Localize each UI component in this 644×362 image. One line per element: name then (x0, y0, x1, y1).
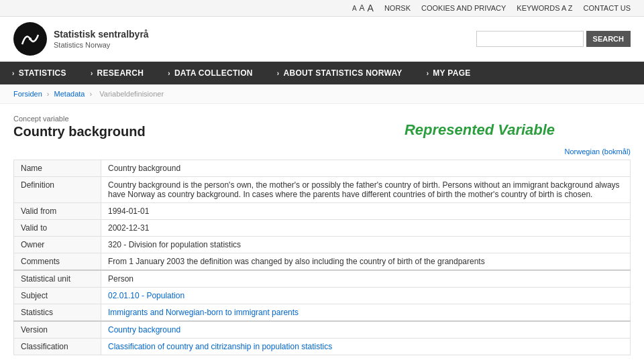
table-row: Classification Classification of country… (14, 339, 631, 355)
nav-item-data-collection[interactable]: › DATA COLLECTION (156, 62, 265, 84)
table-row: Definition Country background is the per… (14, 177, 631, 203)
logo-icon (13, 22, 47, 56)
table-row: Valid to 2002-12-31 (14, 220, 631, 237)
arrow-icon: › (168, 70, 170, 77)
nav-label: RESEARCH (97, 68, 144, 78)
represented-variable-panel: Represented Variable (329, 115, 631, 147)
field-value: 2002-12-31 (101, 220, 631, 237)
field-value: Classification of country and citrizansh… (101, 339, 631, 355)
org-name-en: Statistics Norway (54, 40, 149, 50)
logo-area: Statistisk sentralbyrå Statistics Norway (13, 22, 149, 56)
field-value: From 1 January 2003 the definition was c… (101, 253, 631, 271)
top-bar: A A A NORSK COOKIES AND PRIVACY KEYWORDS… (0, 0, 644, 17)
search-input[interactable] (476, 31, 584, 47)
field-label: Owner (14, 237, 101, 253)
field-label: Valid from (14, 203, 101, 220)
nav-bar: › STATISTICS › RESEARCH › DATA COLLECTIO… (0, 62, 644, 84)
field-value: Country background (101, 321, 631, 339)
field-label: Classification (14, 339, 101, 355)
font-size-controls[interactable]: A A A (352, 3, 374, 13)
concept-label: Concept variable (13, 115, 315, 123)
subject-link[interactable]: 02.01.10 - Population (108, 291, 184, 300)
field-value: 02.01.10 - Population (101, 288, 631, 304)
search-button[interactable]: SEARCH (586, 31, 631, 47)
breadcrumb-sep: › (47, 90, 52, 98)
table-row: Subject 02.01.10 - Population (14, 288, 631, 304)
field-label: Valid to (14, 220, 101, 237)
field-value: Person (101, 270, 631, 288)
font-small[interactable]: A (352, 5, 357, 12)
table-row: Owner 320 - Division for population stat… (14, 237, 631, 253)
language-selector[interactable]: Norwegian (bokmål) (565, 147, 631, 156)
header: Statistisk sentralbyrå Statistics Norway… (0, 17, 644, 62)
font-large[interactable]: A (368, 3, 374, 13)
nav-label: STATISTICS (19, 68, 66, 78)
breadcrumb-metadata[interactable]: Metadata (54, 90, 85, 98)
field-label: Subject (14, 288, 101, 304)
arrow-icon: › (12, 70, 15, 77)
field-label: Comments (14, 253, 101, 271)
statistics-link[interactable]: Immigrants and Norwegian-born to immigra… (108, 308, 299, 317)
lang-link[interactable]: Norwegian (bokmål) (13, 147, 631, 156)
table-row: Version Country background (14, 321, 631, 339)
nav-item-research[interactable]: › RESEARCH (78, 62, 156, 84)
keywords-link[interactable]: KEYWORDS A Z (517, 4, 572, 12)
table-row: Comments From 1 January 2003 the definit… (14, 253, 631, 271)
nav-item-mypage[interactable]: › MY PAGE (415, 62, 483, 84)
table-row: Name Country background (14, 160, 631, 177)
table-row: Statistics Immigrants and Norwegian-born… (14, 304, 631, 322)
search-area[interactable]: SEARCH (476, 31, 631, 47)
org-name: Statistisk sentralbyrå (54, 28, 149, 40)
classification-link[interactable]: Classification of country and citrizansh… (108, 342, 332, 351)
cookies-link[interactable]: COOKIES AND PRIVACY (421, 4, 506, 12)
nav-item-about[interactable]: › ABOUT STATISTICS NORWAY (265, 62, 415, 84)
nav-label: MY PAGE (433, 68, 470, 78)
page-title: Country background (13, 124, 315, 139)
logo-text: Statistisk sentralbyrå Statistics Norway (54, 28, 149, 50)
table-row: Statistical unit Person (14, 270, 631, 288)
norsk-link[interactable]: NORSK (384, 4, 411, 12)
arrow-icon: › (427, 70, 429, 77)
svg-point-1 (29, 38, 32, 40)
field-value: Country background is the person's own, … (101, 177, 631, 203)
breadcrumb-current: Variabeldefinisioner (99, 90, 164, 98)
field-label: Name (14, 160, 101, 177)
field-label: Version (14, 321, 101, 339)
arrow-icon: › (277, 70, 280, 77)
field-label: Definition (14, 177, 101, 203)
represented-variable-heading: Represented Variable (329, 121, 631, 139)
arrow-icon: › (91, 70, 93, 77)
version-link[interactable]: Country background (108, 325, 180, 335)
nav-label: DATA COLLECTION (174, 68, 253, 78)
font-medium[interactable]: A (360, 3, 365, 13)
contact-link[interactable]: CONTACT US (584, 4, 631, 12)
field-value: 320 - Division for population statistics (101, 237, 631, 253)
breadcrumb-sep2: › (90, 90, 95, 98)
represented-variable-banner: Represented Variable (329, 115, 631, 141)
field-value: Country background (101, 160, 631, 177)
nav-label: ABOUT STATISTICS NORWAY (283, 68, 402, 78)
field-label: Statistics (14, 304, 101, 322)
field-value: Immigrants and Norwegian-born to immigra… (101, 304, 631, 322)
nav-item-statistics[interactable]: › STATISTICS (0, 62, 78, 84)
field-label: Statistical unit (14, 270, 101, 288)
table-row: Valid from 1994-01-01 (14, 203, 631, 220)
breadcrumb-home[interactable]: Forsiden (13, 90, 42, 98)
main-content: Concept variable Country background Repr… (0, 104, 644, 362)
info-table: Name Country background Definition Count… (13, 160, 631, 355)
field-value: 1994-01-01 (101, 203, 631, 220)
breadcrumb: Forsiden › Metadata › Variabeldefinision… (0, 84, 644, 104)
